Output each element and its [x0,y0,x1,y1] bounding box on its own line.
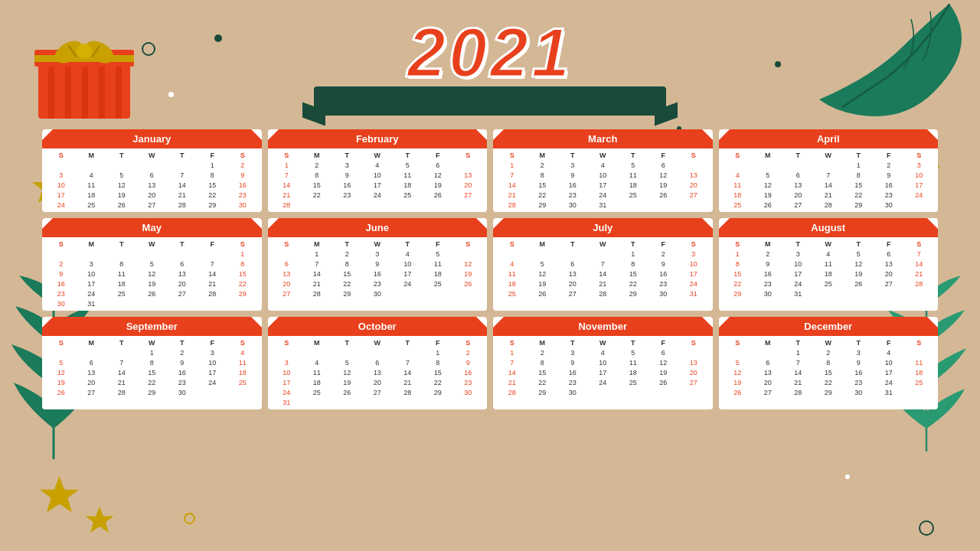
calendar-day: 1 [302,249,332,259]
calendar-day: 24 [904,190,935,200]
calendar-day: 4 [393,249,423,259]
calendar-day: 5 [423,249,453,259]
calendar-day: 31 [783,289,814,298]
calendar-day: 26 [844,279,874,289]
calendar-day: 12 [46,367,77,377]
calendar-day [813,160,844,170]
calendar-day: 20 [137,190,168,200]
calendar-day: 21 [302,279,332,289]
calendar-day [137,249,168,259]
calendar-day: 31 [77,298,107,308]
calendar-day: 30 [874,200,904,210]
calendar-day [137,160,168,170]
calendar-day [46,347,77,357]
calendar-day: 10 [783,259,814,269]
calendar-day: 13 [678,170,709,180]
calendar-day: 3 [362,249,393,259]
calendar-day [167,249,198,259]
calendar-day [46,160,77,170]
calendar-day: 13 [753,367,783,377]
calendar-day [393,289,423,298]
calendar-day: 22 [332,279,363,289]
calendar-day: 29 [423,387,453,397]
month-header-july: July [493,218,713,237]
calendar-day: 26 [423,190,453,200]
calendar-day [618,200,648,210]
calendar-day [753,347,783,357]
calendar-day: 17 [393,269,423,279]
calendar-day: 18 [77,190,107,200]
svg-marker-18 [86,507,114,533]
calendar-day: 24 [198,377,228,387]
calendar-day: 30 [753,289,783,298]
calendar-day: 27 [453,190,484,200]
calendar-day: 14 [497,180,528,190]
calendar-day: 10 [362,170,393,180]
calendar-day: 7 [167,170,198,180]
calendar-day: 9 [844,357,874,367]
calendar-day: 22 [528,190,558,200]
calendar-day: 24 [678,279,709,289]
calendar-day: 1 [497,160,528,170]
calendar-day: 24 [783,279,814,289]
calendar-day: 21 [167,190,198,200]
month-january: JanuarySMTWTFS12345678910111213141516171… [42,129,262,212]
calendar-day [137,298,168,308]
calendar-day: 13 [783,180,814,190]
calendar-day: 20 [362,377,393,387]
month-header-august: August [719,218,939,237]
calendar-day: 30 [648,289,679,298]
month-header-january: January [42,129,262,148]
ring-decor-5 [184,513,195,524]
calendar-day [393,200,423,210]
dot-decor-6 [845,474,850,479]
calendar-day: 17 [272,377,302,387]
calendar-day: 2 [648,249,679,259]
calendar-day: 15 [618,269,648,279]
calendar-day: 2 [227,160,258,170]
month-header-october: October [268,317,488,336]
calendar-day: 22 [423,377,453,387]
calendar-day: 24 [588,190,619,200]
calendar-day: 2 [46,259,77,269]
month-header-december: December [719,317,939,336]
month-header-june: June [268,218,488,237]
calendar-day: 25 [227,377,258,387]
calendar-day [272,347,302,357]
calendar-day: 6 [137,170,168,180]
ring-decor-4 [919,520,934,536]
calendar-day: 16 [227,180,258,190]
calendar-day [648,387,679,397]
calendar-day: 23 [844,377,874,387]
calendar-day: 26 [723,387,753,397]
calendar-day: 26 [46,387,77,397]
calendar-day: 5 [332,357,363,367]
calendar-day: 24 [46,200,77,210]
calendar-day: 29 [198,200,228,210]
calendar-day: 18 [904,367,935,377]
calendar-day: 22 [723,279,753,289]
calendar-day: 22 [227,279,258,289]
calendar-day: 21 [198,279,228,289]
calendar-day: 27 [678,377,709,387]
calendar-day: 4 [77,170,107,180]
calendar-day: 8 [332,259,363,269]
calendar-day: 21 [272,190,302,200]
calendar-day: 30 [844,387,874,397]
calendar-day: 28 [813,200,844,210]
calendar-day: 8 [528,357,558,367]
calendar-day: 15 [813,367,844,377]
calendar-day: 5 [723,357,753,367]
calendar-day: 25 [393,190,423,200]
calendar-day: 13 [557,269,588,279]
calendar-day: 17 [783,269,814,279]
calendar-day: 15 [137,367,168,377]
calendar-day: 23 [362,279,393,289]
calendar-day [198,387,228,397]
calendar-day: 18 [227,367,258,377]
calendar-day: 19 [453,269,484,279]
calendar-day: 27 [783,200,814,210]
calendar-day: 20 [678,180,709,190]
calendar-day: 8 [106,259,137,269]
calendar-day [453,249,484,259]
